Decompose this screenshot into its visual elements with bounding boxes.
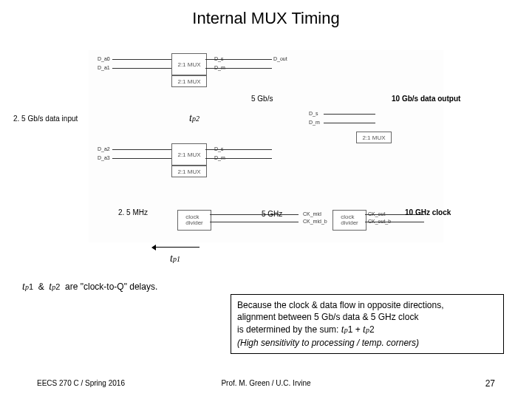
box-line3: is determined by the sum: tp1 + tp2 [237, 323, 497, 337]
wire-clk [210, 214, 299, 215]
box-line1: Because the clock & data flow in opposit… [237, 299, 497, 311]
wire [205, 59, 272, 60]
footer-left: EECS 270 C / Spring 2016 [37, 379, 125, 387]
label-mid-rate: 5 Gb/s [251, 95, 273, 103]
wire [205, 149, 272, 150]
label-data-output: 10 Gb/s data output [392, 95, 460, 103]
wire [205, 68, 272, 69]
tp2-sub: p2 [192, 115, 200, 123]
mux-label-2: 2:1 MUX [171, 75, 207, 87]
label-clk-in: 2. 5 MHz [118, 208, 148, 216]
box-line2: alignment between 5 Gb/s data & 5 GHz cl… [237, 311, 497, 323]
footer-center: Prof. M. Green / U.C. Irvine [221, 379, 310, 387]
label-clk-mid: 5 GHz [262, 210, 282, 218]
wire-clk [365, 222, 424, 222]
wire [112, 59, 171, 60]
box-line3-a: is determined by the sum: [237, 324, 341, 335]
tp1-sub: p1 [173, 255, 180, 263]
mux-bottom-left: 2:1 MUX [171, 143, 207, 166]
mux-label-3: 2:1 MUX [171, 166, 207, 177]
sig-ds-r: D_s [309, 111, 318, 116]
clock-divider-right: clock divider [332, 210, 366, 231]
footer-page-number: 27 [485, 378, 495, 389]
wire [324, 114, 375, 115]
sig-dout: D_out [273, 56, 287, 61]
label-data-input: 2. 5 Gb/s data input [13, 115, 78, 123]
ck-mid: CK_mid [303, 211, 321, 216]
mux-top-left: 2:1 MUX [171, 53, 207, 75]
sig-da2: D_a2 [98, 146, 110, 151]
explanation-box: Because the clock & data flow in opposit… [231, 294, 504, 354]
mux-right: 2:1 MUX [356, 132, 392, 143]
sig-da1: D_a1 [98, 65, 110, 70]
note-delays: tp1 & tp2 are "clock-to-Q" delays. [22, 281, 157, 293]
ck-mid-b: CK_mid_b [303, 219, 327, 224]
tp1-label: tp1 [170, 251, 180, 265]
wire [112, 158, 171, 159]
clock-divider-left: clock divider [177, 210, 211, 231]
sig-dm-r: D_m [309, 120, 320, 125]
tp2-label: tp2 [189, 111, 200, 124]
wire [112, 149, 171, 150]
sig-da3: D_a3 [98, 155, 110, 160]
slide-title: Internal MUX Timing [0, 9, 532, 28]
wire [112, 68, 171, 69]
sig-da0: D_a0 [98, 56, 110, 61]
tp1-arrow [155, 247, 200, 248]
wire-clk [210, 222, 299, 222]
box-line4: (High sensitivity to processing / temp. … [237, 337, 497, 349]
wire [324, 123, 375, 123]
wire [205, 158, 272, 159]
label-clk-out: 10 GHz clock [405, 208, 451, 216]
